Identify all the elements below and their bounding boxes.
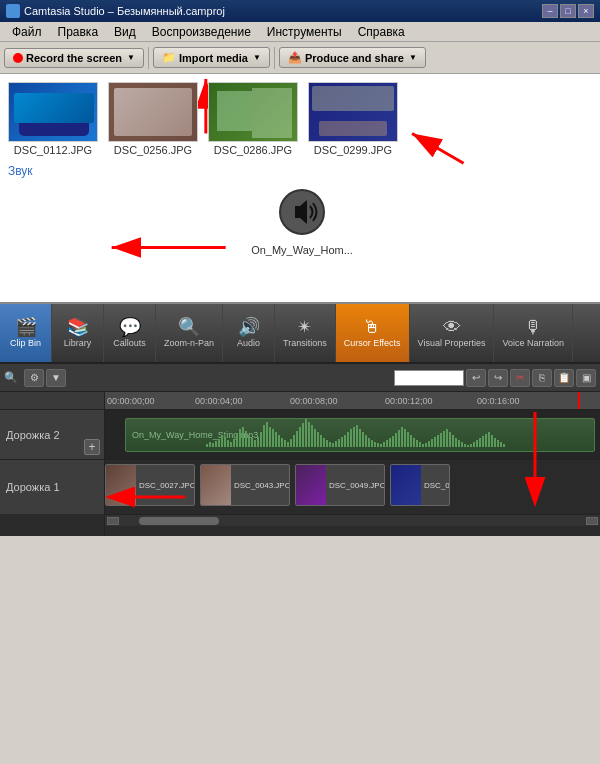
title-bar: Camtasia Studio – Безымянный.camproj – □…	[0, 0, 600, 22]
close-button[interactable]: ×	[578, 4, 594, 18]
clip-bin-icon: 🎬	[15, 318, 37, 336]
ruler-mark-0: 00:00:00;00	[107, 396, 155, 406]
media-panel: DSC_0112.JPG DSC_0256.JPG DSC_0286.JPG	[0, 74, 600, 304]
main-toolbar: Record the screen ▼ 📁 Import media ▼ 📤 P…	[0, 42, 600, 74]
app-icon	[6, 4, 20, 18]
tl-dropdown-btn[interactable]: ▼	[46, 369, 66, 387]
menu-view[interactable]: Вид	[106, 24, 144, 40]
menu-bar: Файл Правка Вид Воспроизведение Инструме…	[0, 22, 600, 42]
video-clip-0[interactable]: DSC_0027.JPC	[105, 464, 195, 506]
timeline-scrollbar[interactable]	[105, 514, 600, 526]
timeline-toolbar: 🔍 ⚙ ▼ ↩ ↪ ✂ ⎘ 📋 ▣	[0, 364, 600, 392]
tl-redo-btn[interactable]: ↪	[488, 369, 508, 387]
ruler-mark-3: 00:00:12;00	[385, 396, 433, 406]
track2-header: Дорожка 2 +	[0, 410, 105, 460]
tab-transitions[interactable]: ✴ Transitions	[275, 304, 336, 362]
import-icon: 📁	[162, 51, 176, 64]
menu-edit[interactable]: Правка	[50, 24, 107, 40]
clip-thumb-2	[296, 465, 326, 505]
media-grid: DSC_0112.JPG DSC_0256.JPG DSC_0286.JPG	[8, 82, 592, 156]
tab-library[interactable]: 📚 Library	[52, 304, 104, 362]
sound-section-label: Звук	[8, 164, 592, 178]
transitions-icon: ✴	[297, 318, 312, 336]
visual-label: Visual Properties	[418, 338, 486, 349]
tl-extra-btn[interactable]: ▣	[576, 369, 596, 387]
clip-thumb-1	[201, 465, 231, 505]
record-dot-icon	[13, 53, 23, 63]
tab-audio[interactable]: 🔊 Audio	[223, 304, 275, 362]
track1-label: Дорожка 1	[6, 481, 60, 493]
tl-copy-btn[interactable]: ⎘	[532, 369, 552, 387]
media-item-2[interactable]: DSC_0286.JPG	[208, 82, 298, 156]
menu-tools[interactable]: Инструменты	[259, 24, 350, 40]
toolbar-sep-1	[148, 47, 149, 69]
tab-callouts[interactable]: 💬 Callouts	[104, 304, 156, 362]
tab-zoom[interactable]: 🔍 Zoom-n-Pan	[156, 304, 223, 362]
menu-file[interactable]: Файл	[4, 24, 50, 40]
scroll-left-btn[interactable]	[107, 517, 119, 525]
timeline-main: Дорожка 2 + Дорожка 1	[0, 392, 600, 536]
media-label-3: DSC_0299.JPG	[314, 144, 392, 156]
thumb-0	[8, 82, 98, 142]
tl-cut-btn[interactable]: ✂	[510, 369, 530, 387]
audio-thumb	[272, 182, 332, 242]
record-label: Record the screen	[26, 52, 122, 64]
tab-cursor-effects[interactable]: 🖱 Cursor Effects	[336, 304, 410, 362]
audio-clip[interactable]: On_My_Way_Home_Sting.mp3	[125, 418, 595, 452]
produce-label: Produce and share	[305, 52, 404, 64]
tab-visual[interactable]: 👁 Visual Properties	[410, 304, 495, 362]
menu-help[interactable]: Справка	[350, 24, 413, 40]
track-headers: Дорожка 2 + Дорожка 1	[0, 392, 105, 536]
clip-label-2: DSC_0049.JPC	[326, 481, 385, 490]
timeline-content: 00:00:00;00 00:00:04;00 00:00:08;00 00:0…	[105, 392, 600, 536]
audio-icon: 🔊	[238, 318, 260, 336]
ruler-header-space	[0, 392, 104, 410]
zoom-icon: 🔍	[178, 318, 200, 336]
ruler-mark-1: 00:00:04;00	[195, 396, 243, 406]
audio-label: Audio	[237, 338, 260, 349]
video-clip-1[interactable]: DSC_0043.JPC	[200, 464, 290, 506]
ruler-mark-4: 00:0:16:00	[477, 396, 520, 406]
media-item-0[interactable]: DSC_0112.JPG	[8, 82, 98, 156]
media-label-1: DSC_0256.JPG	[114, 144, 192, 156]
produce-button[interactable]: 📤 Produce and share ▼	[279, 47, 426, 68]
video-clip-3[interactable]: DSC_0...	[390, 464, 450, 506]
video-clip-2[interactable]: DSC_0049.JPC	[295, 464, 385, 506]
window-controls: – □ ×	[542, 4, 594, 18]
tl-settings-btn[interactable]: ⚙	[24, 369, 44, 387]
audio-item[interactable]: On_My_Way_Hom...	[12, 182, 592, 256]
timeline-ruler: 00:00:00;00 00:00:04;00 00:00:08;00 00:0…	[105, 392, 600, 410]
cursor-effects-label: Cursor Effects	[344, 338, 401, 349]
ruler-mark-2: 00:00:08;00	[290, 396, 338, 406]
import-button[interactable]: 📁 Import media ▼	[153, 47, 270, 68]
transitions-label: Transitions	[283, 338, 327, 349]
timeline-search-input[interactable]	[394, 370, 464, 386]
media-item-3[interactable]: DSC_0299.JPG	[308, 82, 398, 156]
window-title: Camtasia Studio – Безымянный.camproj	[24, 5, 542, 17]
track2-label: Дорожка 2	[6, 429, 60, 441]
tab-voice[interactable]: 🎙 Voice Narration	[494, 304, 573, 362]
clip-thumb-3	[391, 465, 421, 505]
minimize-button[interactable]: –	[542, 4, 558, 18]
timeline-section: 🎬 Clip Bin 📚 Library 💬 Callouts 🔍 Zoom-n…	[0, 304, 600, 536]
media-item-1[interactable]: DSC_0256.JPG	[108, 82, 198, 156]
scroll-thumb[interactable]	[139, 517, 219, 525]
tab-clip-bin[interactable]: 🎬 Clip Bin	[0, 304, 52, 362]
scroll-right-btn[interactable]	[586, 517, 598, 525]
maximize-button[interactable]: □	[560, 4, 576, 18]
tl-undo-btn[interactable]: ↩	[466, 369, 486, 387]
tl-paste-btn[interactable]: 📋	[554, 369, 574, 387]
track2-content: On_My_Way_Home_Sting.mp3	[105, 410, 600, 460]
library-label: Library	[64, 338, 92, 349]
menu-playback[interactable]: Воспроизведение	[144, 24, 259, 40]
media-label-2: DSC_0286.JPG	[214, 144, 292, 156]
record-button[interactable]: Record the screen ▼	[4, 48, 144, 68]
track-add-button[interactable]: +	[84, 439, 100, 455]
voice-label: Voice Narration	[502, 338, 564, 349]
playhead-line	[578, 392, 580, 409]
search-icon: 🔍	[4, 371, 18, 384]
track1-content: DSC_0027.JPC DSC_0043.JPC DSC_0049.JPC D…	[105, 460, 600, 514]
thumb-3	[308, 82, 398, 142]
speaker-icon	[277, 187, 327, 237]
audio-file-label: On_My_Way_Hom...	[251, 244, 353, 256]
